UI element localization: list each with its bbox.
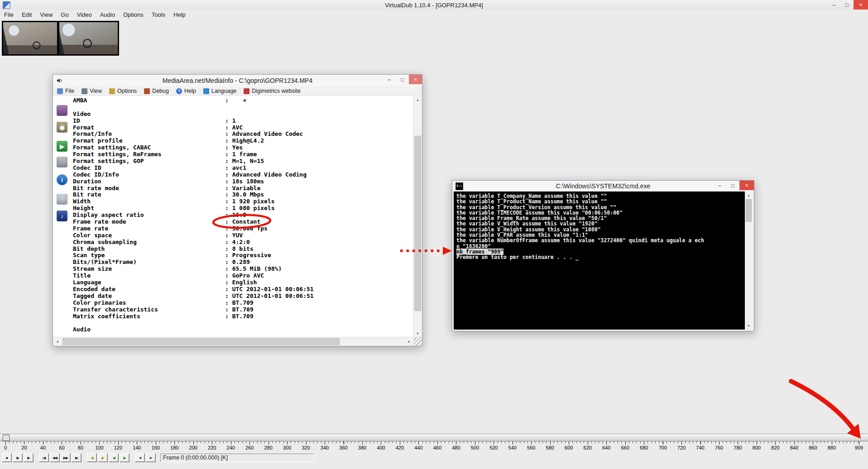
mediainfo-window: MediaArea.net/MediaInfo - C:\gopro\GOPR1… <box>53 74 422 346</box>
scroll-right-icon[interactable]: ► <box>405 337 413 346</box>
console-scrollbar[interactable]: ▲ ▼ <box>745 191 753 330</box>
next-keyframe-button[interactable]: ▶ <box>98 453 108 462</box>
forward-button[interactable]: ▶▶ <box>61 453 71 462</box>
timeline-tick-label: 180 <box>170 445 178 450</box>
timeline-tick <box>306 441 307 445</box>
console-scrollbar-thumb[interactable] <box>746 199 752 222</box>
menu-item-view[interactable]: View <box>36 10 57 19</box>
scroll-up-icon[interactable]: ▲ <box>413 96 422 104</box>
timeline-tick-label: 780 <box>734 445 742 450</box>
timeline-tick-label: 800 <box>753 445 761 450</box>
timeline-tick <box>43 441 43 445</box>
mediainfo-toolbar-view[interactable]: View <box>82 88 102 94</box>
menu-item-audio[interactable]: Audio <box>96 10 119 19</box>
toolbar-label: Help <box>184 88 196 94</box>
input-video-frame <box>3 22 57 54</box>
go-to-start-button[interactable]: |◀ <box>39 453 49 462</box>
timeline-tick <box>859 441 859 445</box>
mediainfo-row-label: Format settings, ReFrames <box>73 151 225 158</box>
mediainfo-toolbar-options[interactable]: Options <box>109 88 137 94</box>
timeline-tick <box>700 441 701 445</box>
mediainfo-row: Audio <box>73 326 411 333</box>
maximize-icon[interactable]: □ <box>396 75 409 84</box>
timeline-tick <box>400 441 400 445</box>
menu-item-options[interactable]: Options <box>119 10 148 19</box>
mediainfo-title: MediaArea.net/MediaInfo - C:\gopro\GOPR1… <box>53 77 422 84</box>
mark-in-button[interactable]: ◄ <box>135 453 145 462</box>
mediainfo-toolbar-digimetrics-website[interactable]: Digimetrics website <box>244 88 301 94</box>
menu-item-video[interactable]: Video <box>73 10 96 19</box>
menu-item-tools[interactable]: Tools <box>148 10 169 19</box>
mediainfo-row-label: Bit rate mode <box>73 185 225 192</box>
timeline-tick-label: 140 <box>133 445 141 450</box>
mediainfo-row-value: : Progressive <box>225 252 271 259</box>
playback-control-bar: ■▶▶|◀◀◀▶▶▶|◀▶◀▶◄► Frame 0 (0:00:00.000) … <box>0 453 868 463</box>
seek-slider-track[interactable] <box>0 434 868 441</box>
horizontal-scrollbar[interactable]: ◄ ► <box>53 337 422 346</box>
mediainfo-row-value: : 18s 180ms <box>225 178 264 185</box>
scroll-left-icon[interactable]: ◄ <box>53 337 62 346</box>
mediainfo-toolbar-language[interactable]: Language <box>203 88 237 94</box>
close-icon[interactable]: × <box>739 181 754 190</box>
timeline-tick-label: 420 <box>396 445 404 450</box>
mediainfo-row-value: : English <box>225 279 257 286</box>
mediainfo-toolbar-file[interactable]: File <box>57 88 74 94</box>
minimize-icon[interactable]: – <box>827 0 840 10</box>
menu-item-edit[interactable]: Edit <box>18 10 36 19</box>
menu-item-help[interactable]: Help <box>169 10 190 19</box>
backward-button[interactable]: ◀◀ <box>50 453 60 462</box>
scrollbar-thumb[interactable] <box>414 136 421 311</box>
mediainfo-toolbar-help[interactable]: ?Help <box>176 88 196 94</box>
timeline-tick-label: 740 <box>696 445 704 450</box>
mediainfo-row-label: Height <box>73 205 225 212</box>
mediainfo-row: Format settings, ReFrames: 1 frame <box>73 151 411 158</box>
timeline-tick-label: 880 <box>828 445 836 450</box>
timeline-tick-label: 860 <box>809 445 817 450</box>
mediainfo-toolbar-debug[interactable]: Debug <box>144 88 169 94</box>
mediainfo-row-label: Title <box>73 273 225 279</box>
scroll-up-icon[interactable]: ▲ <box>745 191 753 199</box>
prev-keyframe-button[interactable]: ◀ <box>87 453 97 462</box>
output-video-pane <box>58 21 119 56</box>
mediainfo-row-label: Color space <box>73 232 225 239</box>
scroll-down-icon[interactable]: ▼ <box>745 322 753 330</box>
scroll-down-icon[interactable]: ▼ <box>413 330 422 337</box>
timeline-tick <box>99 441 100 445</box>
mediainfo-row-label: Scan type <box>73 252 225 259</box>
mediainfo-row: Title: GoPro AVC <box>73 273 411 279</box>
timeline-tick <box>625 441 626 445</box>
menu-item-file[interactable]: File <box>0 10 18 19</box>
minimize-icon[interactable]: – <box>383 75 396 84</box>
prev-scene-button[interactable]: ◀ <box>109 453 119 462</box>
resize-grip[interactable] <box>413 337 422 346</box>
play-input-button[interactable]: ▶ <box>13 453 23 462</box>
mark-out-button[interactable]: ► <box>146 453 156 462</box>
go-to-end-button[interactable]: ▶| <box>72 453 82 462</box>
mediainfo-row-label <box>73 104 225 111</box>
timeline-tick <box>494 441 494 445</box>
mediainfo-row: Codec ID/Info: Advanced Video Coding <box>73 172 411 178</box>
timeline-ruler[interactable]: 0204060801001201401601802002202402602803… <box>0 441 868 452</box>
close-icon[interactable]: × <box>409 75 422 84</box>
view-icon <box>82 88 87 94</box>
menu-item-go[interactable]: Go <box>57 10 72 19</box>
timeline-tick <box>513 441 513 445</box>
seek-slider-thumb[interactable] <box>3 435 10 441</box>
mediainfo-row: Bit rate: 30.0 Mbps <box>73 191 411 198</box>
stop-button[interactable]: ■ <box>2 453 12 462</box>
minimize-icon[interactable]: – <box>713 181 726 190</box>
close-icon[interactable]: × <box>854 0 868 10</box>
horizontal-scroll-track[interactable] <box>62 337 405 346</box>
play-output-button[interactable]: ▶ <box>24 453 34 462</box>
mediainfo-row-label: Display aspect ratio <box>73 212 225 219</box>
mediainfo-row-value: : YUV <box>225 232 243 239</box>
mediainfo-row-label: Width <box>73 198 225 205</box>
toolbar-label: View <box>90 88 102 94</box>
mediainfo-row: Format settings, GOP: M=1, N=15 <box>73 158 411 165</box>
maximize-icon[interactable]: □ <box>840 0 854 10</box>
next-scene-button[interactable]: ▶ <box>120 453 129 462</box>
vertical-scrollbar[interactable]: ▲ ▼ <box>413 96 422 337</box>
maximize-icon[interactable]: □ <box>726 181 739 190</box>
mediainfo-row-label: AMBA <box>73 97 225 104</box>
horizontal-scrollbar-thumb[interactable] <box>62 338 340 345</box>
